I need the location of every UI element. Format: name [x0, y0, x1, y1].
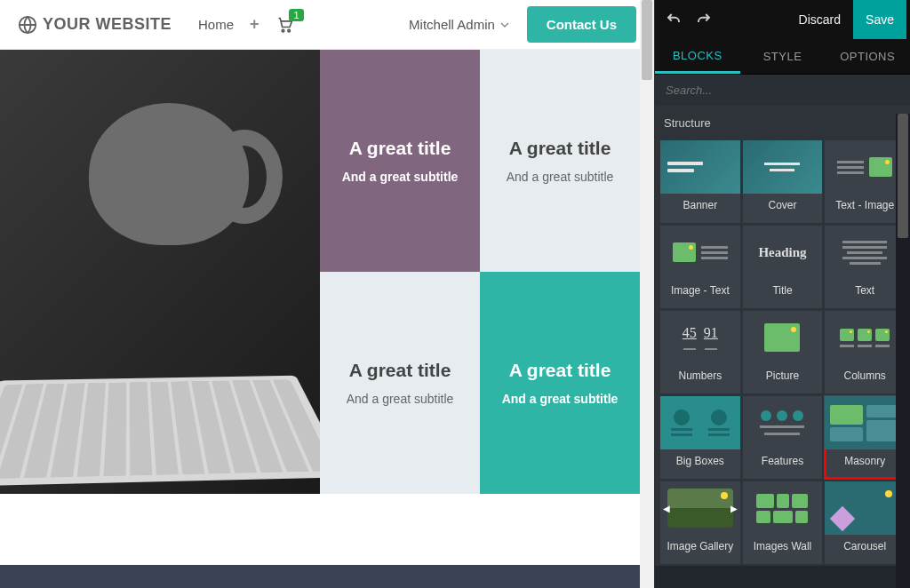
block-search	[655, 75, 910, 106]
top-nav: YOUR WEBSITE Home + 1 Mitchell Admin Con…	[0, 0, 654, 50]
arrow-right-icon: ▶	[730, 504, 738, 513]
tile-subtitle: And a great subtitle	[347, 392, 454, 406]
block-label: Picture	[743, 364, 823, 387]
editor-sidebar: Discard Save BLOCKS STYLE OPTIONS Struct…	[654, 0, 910, 588]
tab-blocks[interactable]: BLOCKS	[655, 39, 740, 74]
tile-grid: A great title And a great subtitle A gre…	[320, 50, 640, 494]
block-label: Big Boxes	[660, 449, 740, 473]
block-cover[interactable]: Cover	[743, 140, 823, 223]
tile-subtitle: And a great subtitle	[502, 392, 619, 406]
block-label: Image Gallery	[660, 535, 740, 558]
site-logo[interactable]: YOUR WEBSITE	[18, 15, 172, 35]
tab-style[interactable]: STYLE	[740, 39, 826, 74]
block-picture[interactable]: Picture	[743, 311, 823, 393]
footer[interactable]: Useful About us Connect with us	[0, 565, 640, 588]
cart-button[interactable]: 1	[275, 16, 295, 34]
block-image-text[interactable]: Image - Text	[660, 226, 740, 308]
block-label: Banner	[660, 194, 740, 217]
add-page-icon[interactable]: +	[250, 15, 259, 34]
block-label: Image - Text	[660, 279, 740, 302]
block-label: Masonry	[825, 449, 905, 473]
tile-3[interactable]: A great title And a great subtitle	[320, 272, 480, 494]
svg-point-2	[287, 29, 290, 31]
cart-count-badge: 1	[289, 9, 303, 21]
user-name: Mitchell Admin	[409, 17, 495, 32]
block-big-boxes[interactable]: Big Boxes	[660, 396, 740, 479]
block-thumb	[743, 311, 823, 364]
nav-links: Home + 1	[198, 15, 295, 34]
block-thumb: ◀ ▶	[660, 481, 740, 535]
block-thumb	[660, 140, 740, 194]
block-title[interactable]: Heading Title	[743, 226, 823, 308]
block-masonry[interactable]: Masonry	[825, 396, 905, 479]
tile-subtitle: And a great subtitle	[507, 170, 614, 184]
scrollbar-thumb[interactable]	[642, 0, 652, 80]
block-carousel[interactable]: Carousel	[825, 481, 905, 564]
nav-home[interactable]: Home	[198, 17, 234, 32]
globe-icon	[18, 15, 37, 35]
tile-title: A great title	[509, 360, 611, 381]
tile-title: A great title	[349, 360, 451, 381]
sidebar-scrollbar[interactable]	[896, 114, 910, 588]
block-thumb	[825, 481, 905, 535]
mug-graphic	[89, 103, 249, 245]
tile-title: A great title	[509, 138, 611, 159]
contact-us-button[interactable]: Contact Us	[527, 6, 636, 43]
svg-point-1	[282, 29, 284, 31]
block-thumb	[660, 396, 740, 449]
user-dropdown[interactable]: Mitchell Admin	[409, 17, 509, 32]
block-label: Features	[743, 449, 823, 473]
tab-options[interactable]: OPTIONS	[825, 39, 910, 74]
block-label: Cover	[743, 194, 823, 217]
blocks-grid: Banner Cover Text - Image Image - Text H	[655, 139, 910, 566]
tile-2[interactable]: A great title And a great subtitle	[480, 50, 640, 272]
tile-subtitle: And a great subtitle	[342, 170, 459, 184]
block-banner[interactable]: Banner	[660, 140, 740, 223]
canvas-scrollbar[interactable]	[640, 0, 654, 588]
block-image-gallery[interactable]: ◀ ▶ Image Gallery	[660, 481, 740, 564]
block-thumb	[825, 140, 905, 194]
block-label: Columns	[825, 364, 905, 387]
block-thumb: Heading	[743, 226, 823, 279]
redo-button[interactable]	[689, 4, 719, 35]
hero-image[interactable]	[0, 50, 320, 494]
thumb-number: 91	[704, 325, 718, 341]
block-text[interactable]: Text	[825, 226, 905, 308]
block-text-image[interactable]: Text - Image	[825, 140, 905, 223]
keyboard-graphic	[0, 376, 320, 487]
block-images-wall[interactable]: Images Wall	[743, 481, 823, 564]
arrow-left-icon: ◀	[663, 504, 670, 513]
thumb-heading-text: Heading	[758, 245, 806, 260]
discard-button[interactable]: Discard	[786, 0, 853, 39]
block-thumb	[743, 481, 823, 535]
block-thumb	[825, 311, 905, 364]
sidebar-tabs: BLOCKS STYLE OPTIONS	[655, 39, 910, 75]
block-thumb	[743, 140, 823, 194]
tile-4[interactable]: A great title And a great subtitle	[480, 272, 640, 494]
block-thumb	[825, 226, 905, 279]
block-label: Text - Image	[825, 194, 905, 217]
block-numbers[interactable]: 4591 Numbers	[660, 311, 740, 393]
block-label: Carousel	[825, 535, 905, 558]
search-input[interactable]	[655, 75, 910, 106]
block-label: Images Wall	[743, 535, 823, 558]
save-button[interactable]: Save	[853, 0, 906, 39]
page-content: A great title And a great subtitle A gre…	[0, 50, 654, 588]
logo-text: YOUR WEBSITE	[43, 15, 172, 34]
page-canvas: YOUR WEBSITE Home + 1 Mitchell Admin Con…	[0, 0, 654, 588]
sidebar-toolbar: Discard Save	[655, 0, 910, 39]
section-title-structure: Structure	[655, 106, 910, 139]
thumb-number: 45	[682, 325, 697, 341]
block-label: Numbers	[660, 364, 740, 387]
undo-icon	[666, 12, 682, 28]
block-thumb: 4591	[660, 311, 740, 364]
block-label: Text	[825, 279, 905, 302]
tile-1[interactable]: A great title And a great subtitle	[320, 50, 480, 272]
undo-button[interactable]	[659, 4, 689, 35]
block-thumb	[743, 396, 823, 449]
block-features[interactable]: Features	[743, 396, 823, 479]
block-thumb	[825, 396, 905, 449]
scrollbar-thumb[interactable]	[898, 114, 908, 238]
block-columns[interactable]: Columns	[825, 311, 905, 393]
chevron-down-icon	[500, 20, 509, 29]
